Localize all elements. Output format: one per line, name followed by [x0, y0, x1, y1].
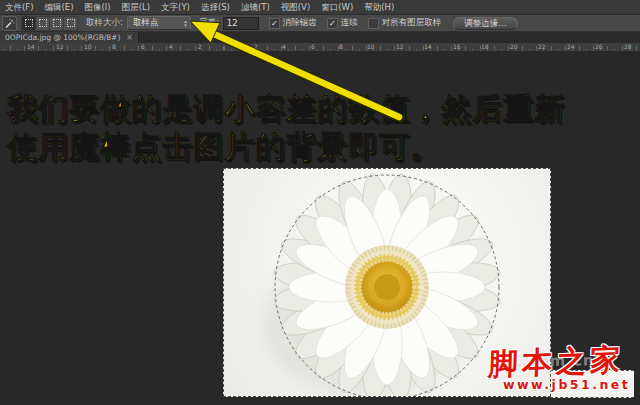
menu-item-filter[interactable]: 滤镜(T): [239, 0, 272, 14]
chevron-up-down-icon: ▴▾: [184, 19, 187, 27]
anti-alias-checkbox[interactable]: ✓: [269, 18, 280, 29]
ruler-number: 12: [56, 43, 64, 50]
ruler-number: 22: [538, 43, 546, 50]
ruler-number: 10: [367, 43, 375, 50]
ruler-number: 6: [311, 43, 315, 50]
anti-alias-label: 消除锯齿: [283, 17, 317, 29]
ruler-number: 4: [169, 43, 173, 50]
tolerance-label: 容差:: [199, 17, 219, 29]
ruler-number: 26: [595, 43, 603, 50]
horizontal-ruler: 1412108642246810121416182022242628: [0, 43, 640, 52]
ruler-number: 4: [282, 43, 286, 50]
sample-size-value: 取样点: [133, 17, 159, 29]
sample-all-layers-label: 对所有图层取样: [382, 17, 442, 29]
close-icon[interactable]: ×: [126, 33, 133, 42]
ruler-number: 14: [27, 43, 35, 50]
document-title: 0OPICda.jpg @ 100%(RGB/8#): [5, 33, 120, 42]
menu-item-edit[interactable]: 编辑(E): [43, 0, 76, 14]
ruler-number: 14: [424, 43, 432, 50]
site-url-watermark: www.jb51.net: [503, 377, 630, 392]
tool-options-bar: 取样大小: 取样点 ▴▾ 容差: ✓ 消除锯齿 ✓ 连续 对所有图层取样 调整边…: [0, 15, 640, 32]
menu-item-select[interactable]: 选择(S): [199, 0, 232, 14]
menu-item-image[interactable]: 图像(I): [83, 0, 113, 14]
ruler-number: 16: [453, 43, 461, 50]
ruler-number: 18: [481, 43, 489, 50]
refine-edge-button[interactable]: 调整边缘…: [453, 17, 518, 30]
magic-wand-tool-icon[interactable]: [2, 16, 17, 31]
annotation-line-2: 使用魔棒点击图片的背景即可。: [7, 128, 565, 166]
intersect-selection-icon[interactable]: [63, 16, 78, 31]
tolerance-input[interactable]: [223, 17, 259, 30]
menu-item-view[interactable]: 视图(V): [279, 0, 312, 14]
selection-mode-group: [21, 16, 78, 31]
menu-item-file[interactable]: 文件(F): [3, 0, 36, 14]
menu-item-type[interactable]: 文字(Y): [159, 0, 192, 14]
ruler-number: 20: [510, 43, 518, 50]
menu-item-help[interactable]: 帮助(H): [362, 0, 396, 14]
tutorial-annotation: 我们要做的是调小容差的数值，然后重新 使用魔棒点击图片的背景即可。: [7, 90, 565, 166]
document-tab-row: 0OPICda.jpg @ 100%(RGB/8#) ×: [0, 32, 640, 43]
sample-all-layers-checkbox[interactable]: [368, 18, 379, 29]
ruler-number: 2: [198, 43, 202, 50]
menu-bar: 文件(F) 编辑(E) 图像(I) 图层(L) 文字(Y) 选择(S) 滤镜(T…: [0, 0, 640, 15]
ruler-number: 6: [141, 43, 145, 50]
new-selection-icon[interactable]: [21, 16, 35, 31]
sample-size-label: 取样大小:: [86, 17, 123, 29]
ruler-number: 10: [84, 43, 92, 50]
ruler-number: 8: [339, 43, 343, 50]
subtract-from-selection-icon[interactable]: [49, 16, 63, 31]
daisy-center: [345, 245, 429, 329]
ruler-number: 2: [254, 43, 258, 50]
contiguous-checkbox[interactable]: ✓: [327, 18, 338, 29]
contiguous-label: 连续: [341, 17, 358, 29]
menu-item-window[interactable]: 窗口(W): [319, 0, 355, 14]
sample-size-dropdown[interactable]: 取样点 ▴▾: [127, 16, 191, 30]
ruler-number: 8: [112, 43, 116, 50]
magic-wand-glyph: [4, 18, 15, 29]
ruler-number: 28: [624, 43, 632, 50]
ruler-number: 24: [567, 43, 575, 50]
ruler-number: 12: [396, 43, 404, 50]
document-tab[interactable]: 0OPICda.jpg @ 100%(RGB/8#) ×: [0, 32, 139, 43]
canvas-area[interactable]: 我们要做的是调小容差的数值，然后重新 使用魔棒点击图片的背景即可。: [0, 52, 640, 405]
menu-item-layer[interactable]: 图层(L): [120, 0, 152, 14]
add-to-selection-icon[interactable]: [35, 16, 49, 31]
annotation-line-1: 我们要做的是调小容差的数值，然后重新: [7, 90, 565, 128]
